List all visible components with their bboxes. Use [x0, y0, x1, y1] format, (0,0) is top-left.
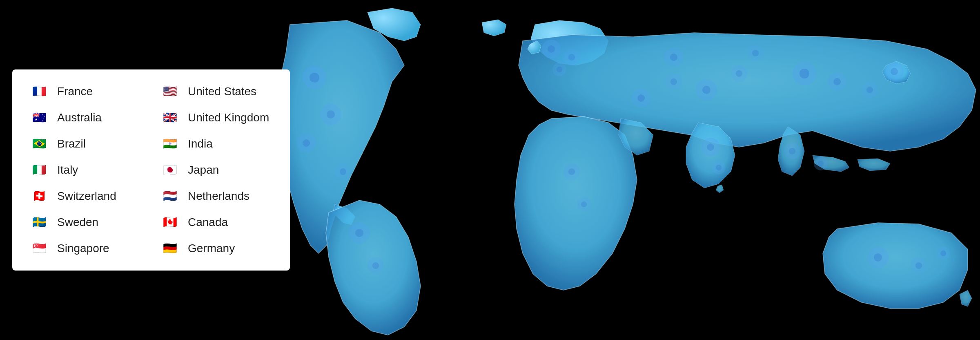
country-label: Japan [188, 163, 219, 177]
country-label: India [188, 137, 213, 150]
svg-point-28 [707, 143, 714, 151]
list-item: 🇳🇱 Netherlands [159, 189, 274, 204]
flag-uk: 🇬🇧 [159, 110, 180, 125]
flag-india: 🇮🇳 [159, 136, 180, 151]
svg-point-38 [891, 68, 898, 75]
svg-point-30 [716, 165, 722, 170]
country-label: Switzerland [57, 190, 116, 203]
country-label: Australia [57, 111, 102, 124]
svg-point-8 [340, 168, 346, 175]
svg-point-36 [866, 87, 873, 93]
svg-point-40 [789, 148, 795, 154]
country-label: United States [188, 85, 256, 98]
svg-point-34 [833, 78, 841, 85]
svg-point-56 [752, 50, 759, 56]
list-item: 🇬🇧 United Kingdom [159, 110, 274, 125]
list-item: 🇸🇪 Sweden [29, 215, 143, 230]
svg-point-20 [637, 94, 645, 102]
flag-germany: 🇩🇪 [159, 241, 180, 256]
svg-point-46 [581, 201, 587, 207]
svg-point-32 [800, 69, 809, 78]
list-item: 🇯🇵 Japan [159, 163, 274, 177]
list-item: 🇧🇷 Brazil [29, 136, 143, 151]
flag-italy: 🇮🇹 [29, 163, 50, 177]
country-label: Germany [188, 242, 235, 255]
list-item: 🇨🇭 Switzerland [29, 189, 143, 204]
flag-canada: 🇨🇦 [159, 215, 180, 230]
list-item: 🇫🇷 France [29, 84, 143, 99]
svg-point-22 [670, 78, 677, 85]
svg-point-14 [548, 45, 555, 53]
flag-singapore: 🇸🇬 [29, 241, 50, 256]
list-item: 🇺🇸 United States [159, 84, 274, 99]
flag-brazil: 🇧🇷 [29, 136, 50, 151]
svg-point-2 [310, 73, 319, 83]
country-label: Netherlands [188, 190, 249, 203]
svg-point-44 [568, 168, 575, 175]
svg-point-26 [736, 70, 742, 77]
svg-point-24 [702, 86, 710, 94]
country-label: Canada [188, 216, 228, 229]
country-label: Singapore [57, 242, 109, 255]
svg-point-42 [818, 161, 824, 166]
flag-switzerland: 🇨🇭 [29, 189, 50, 204]
legend-panel: 🇫🇷 France 🇦🇺 Australia 🇧🇷 Brazil 🇮🇹 Ital… [12, 69, 290, 271]
svg-point-48 [874, 253, 882, 262]
flag-japan: 🇯🇵 [159, 163, 180, 177]
svg-point-54 [670, 54, 677, 61]
legend-col1: 🇫🇷 France 🇦🇺 Australia 🇧🇷 Brazil 🇮🇹 Ital… [29, 84, 143, 256]
list-item: 🇮🇳 India [159, 136, 274, 151]
list-item: 🇸🇬 Singapore [29, 241, 143, 256]
svg-point-50 [915, 262, 922, 269]
svg-point-18 [557, 67, 562, 72]
list-item: 🇮🇹 Italy [29, 163, 143, 177]
flag-us: 🇺🇸 [159, 84, 180, 99]
country-label: Brazil [57, 137, 86, 150]
flag-sweden: 🇸🇪 [29, 215, 50, 230]
svg-point-16 [568, 54, 575, 60]
svg-point-12 [372, 262, 379, 269]
list-item: 🇦🇺 Australia [29, 110, 143, 125]
country-label: United Kingdom [188, 111, 269, 124]
flag-france: 🇫🇷 [29, 84, 50, 99]
svg-point-10 [355, 229, 363, 237]
main-container: 🇫🇷 France 🇦🇺 Australia 🇧🇷 Brazil 🇮🇹 Ital… [0, 0, 980, 340]
flag-netherlands: 🇳🇱 [159, 189, 180, 204]
list-item: 🇨🇦 Canada [159, 215, 274, 230]
country-label: France [57, 85, 93, 98]
country-label: Sweden [57, 216, 98, 229]
world-map-svg [265, 0, 980, 340]
svg-point-52 [940, 251, 946, 256]
svg-point-4 [327, 110, 335, 119]
world-map-container [265, 0, 980, 340]
legend-col2: 🇺🇸 United States 🇬🇧 United Kingdom 🇮🇳 In… [159, 84, 274, 256]
legend-grid: 🇫🇷 France 🇦🇺 Australia 🇧🇷 Brazil 🇮🇹 Ital… [29, 84, 274, 256]
country-label: Italy [57, 163, 78, 177]
svg-point-6 [303, 139, 310, 147]
list-item: 🇩🇪 Germany [159, 241, 274, 256]
flag-australia: 🇦🇺 [29, 110, 50, 125]
